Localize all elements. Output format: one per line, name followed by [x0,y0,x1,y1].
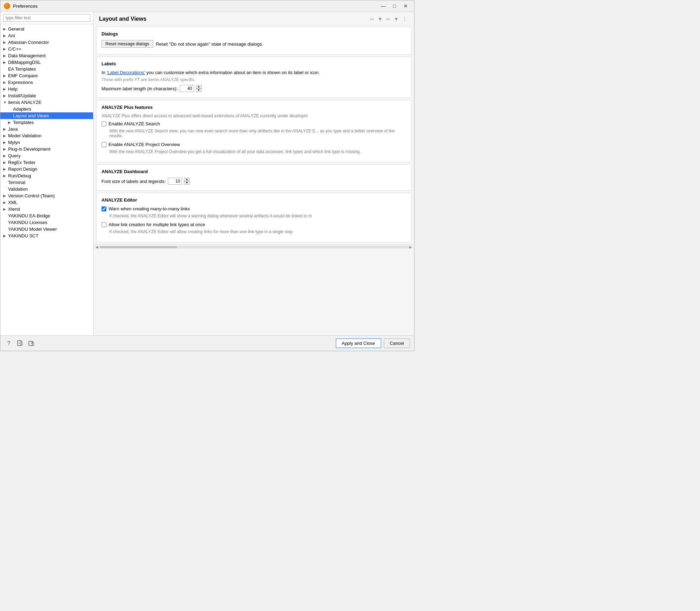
search-input[interactable] [3,14,90,22]
sidebar-item-java[interactable]: ▶Java [0,126,93,132]
sidebar-item-adapters[interactable]: Adapters [0,106,93,112]
eclipse-icon [4,3,10,9]
yt-hint: Those with prefix YT are itemis ANALYZE … [102,77,406,82]
sidebar-item-templates[interactable]: ▶Templates [0,119,93,126]
enable-search-checkbox[interactable] [102,121,106,126]
sidebar-item-plug-in-dev[interactable]: ▶Plug-in Development [0,146,93,152]
font-size-input[interactable] [168,178,182,185]
sidebar-item-query[interactable]: ▶Query [0,152,93,159]
reset-message-dialogs-button[interactable]: Reset message dialogs [102,40,153,48]
label-decorations-link[interactable]: 'Label Decorations' [106,70,145,75]
search-description: With the new ANALYZE Search view, you ca… [109,129,406,138]
export-icon[interactable] [27,339,35,348]
sidebar-item-yakindu-ea-bridge[interactable]: YAKINDU EA-Bridge [0,212,93,219]
analyze-plus-section: ANALYZE Plus features ANALYZE Plus offer… [96,100,411,162]
sidebar-item-yakindu-licenses[interactable]: YAKINDU Licenses [0,219,93,226]
sidebar-item-ant[interactable]: ▶Ant [0,32,93,39]
max-length-input[interactable] [180,85,194,92]
max-length-down-button[interactable]: ▼ [196,88,202,92]
titlebar: Preferences — □ ✕ [0,0,414,12]
sidebar-item-atlassian[interactable]: ▶Atlassian Connector [0,39,93,46]
more-button[interactable]: ⋮ [401,15,408,22]
max-length-up-button[interactable]: ▲ [196,85,202,88]
enable-project-overview-label: Enable ANALYZE Project Overview [109,142,180,147]
preferences-window: Preferences — □ ✕ ▶General ▶Ant ▶Atlassi… [0,0,414,351]
font-size-up-button[interactable]: ▲ [184,178,190,181]
enable-search-label: Enable ANALYZE Search [109,121,160,126]
header-icons: ⇦ ▼ ⇨ ▼ ⋮ [368,15,408,22]
close-button[interactable]: ✕ [401,2,411,9]
sidebar-item-model-validation[interactable]: ▶Model Validation [0,132,93,139]
maximize-button[interactable]: □ [390,2,399,9]
h-scroll-right-button[interactable]: ▶ [408,244,413,250]
titlebar-buttons: — □ ✕ [378,2,411,9]
dialogs-title: Dialogs [102,31,406,37]
sidebar-item-yakindu-model-viewer[interactable]: YAKINDU Model Viewer [0,226,93,232]
sidebar-item-report-design[interactable]: ▶Report Design [0,166,93,172]
sidebar-item-regex-tester[interactable]: ▶RegEx Tester [0,159,93,166]
dialogs-section: Dialogs Reset message dialogs Reset "Do … [96,27,411,54]
bottom-right-buttons: Apply and Close Cancel [336,339,410,348]
project-overview-checkbox-row: Enable ANALYZE Project Overview [102,142,406,147]
back-dropdown-button[interactable]: ▼ [376,15,384,22]
minimize-button[interactable]: — [378,2,388,9]
reset-description: Reset "Do not show again" state of messa… [156,41,263,47]
sidebar-item-terminal[interactable]: Terminal [0,179,93,186]
enable-project-overview-checkbox[interactable] [102,142,106,147]
h-scroll-left-button[interactable]: ◀ [94,244,100,250]
max-length-label: Maximum label length (in characters): [102,86,178,91]
restore-defaults-icon[interactable] [16,339,24,348]
main-header: Layout and Views ⇦ ▼ ⇨ ▼ ⋮ [93,12,414,25]
bottom-left-icons: ? [5,339,35,348]
sidebar-item-run-debug[interactable]: ▶Run/Debug [0,172,93,179]
sidebar-item-yakindu-sct[interactable]: ▶YAKINDU SCT [0,232,93,239]
font-size-down-button[interactable]: ▼ [184,181,190,185]
apply-and-close-button[interactable]: Apply and Close [336,339,381,348]
max-label-row: Maximum label length (in characters): ▲ … [102,85,406,92]
sidebar-item-layout-and-views[interactable]: Layout and Views [0,112,93,119]
cancel-button[interactable]: Cancel [384,339,410,348]
horizontal-scrollbar[interactable]: ◀ ▶ [93,244,414,249]
dialogs-row: Reset message dialogs Reset "Do not show… [102,40,406,48]
sidebar-item-validation[interactable]: Validation [0,186,93,192]
back-button[interactable]: ⇦ [368,15,375,22]
font-size-spinner: ▲ ▼ [184,178,190,185]
sidebar-item-install-update[interactable]: ▶Install/Update [0,92,93,99]
tree-area: ▶General ▶Ant ▶Atlassian Connector ▶C/C+… [0,24,93,335]
sidebar-item-cpp[interactable]: ▶C/C++ [0,46,93,52]
sidebar-item-help[interactable]: ▶Help [0,86,93,92]
sidebar-item-itemis-analyze[interactable]: ▼itemis ANALYZE [0,99,93,106]
sidebar-item-mylyn[interactable]: ▶Mylyn [0,139,93,146]
sidebar-item-xml[interactable]: ▶XML [0,199,93,206]
sidebar-item-emf-compare[interactable]: ▶EMF Compare [0,72,93,79]
main-content: Dialogs Reset message dialogs Reset "Do … [93,25,414,335]
max-length-spinner: ▲ ▼ [196,85,202,92]
sidebar-item-ea-templates[interactable]: EA Templates [0,66,93,72]
forward-dropdown-button[interactable]: ▼ [392,15,400,22]
sidebar-item-version-control[interactable]: ▶Version Control (Team) [0,192,93,199]
svg-rect-2 [29,341,32,346]
many-to-many-label: Warn when creating many-to-many links [109,206,190,211]
analyze-editor-section: ANALYZE Editor Warn when creating many-t… [96,193,411,242]
analyze-plus-description: ANALYZE Plus offers direct access to adv… [102,113,406,118]
editor-title: ANALYZE Editor [102,197,406,203]
project-overview-description: With the new ANALYZE Project Overview yo… [109,149,406,154]
search-checkbox-row: Enable ANALYZE Search [102,121,406,126]
help-icon[interactable]: ? [5,339,13,348]
allow-link-checkbox[interactable] [102,222,106,227]
many-to-many-checkbox[interactable] [102,206,106,211]
analyze-dashboard-section: ANALYZE Dashboard Font size of labels an… [96,164,411,191]
sidebar-item-data-management[interactable]: ▶Data Management [0,52,93,59]
many-to-many-checkbox-row: Warn when creating many-to-many links [102,206,406,211]
window-title: Preferences [13,4,375,9]
h-scroll-thumb[interactable] [100,246,177,248]
sidebar-item-xtend[interactable]: ▶Xtend [0,206,93,212]
sidebar-item-expressions[interactable]: ▶Expressions [0,79,93,86]
labels-title: Labels [102,61,406,66]
forward-button[interactable]: ⇨ [385,15,392,22]
sidebar-item-dbmapping[interactable]: ▶DBMappingDSL [0,59,93,66]
decoration-prefix: In [102,70,106,75]
sidebar-item-general[interactable]: ▶General [0,26,93,32]
h-scroll-track [100,246,408,248]
content-area: ▶General ▶Ant ▶Atlassian Connector ▶C/C+… [0,12,414,335]
